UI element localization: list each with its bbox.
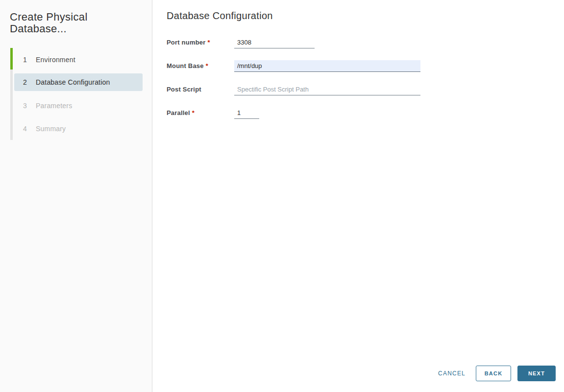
database-configuration-form: Port number* Mount Base* Post Script Par… [167, 37, 564, 119]
step-summary: 4 Summary [14, 117, 143, 140]
back-button[interactable]: BACK [476, 366, 511, 381]
wizard-page: Database Configuration Port number* Moun… [152, 0, 564, 392]
port-number-row: Port number* [167, 37, 564, 48]
step-label: Environment [36, 56, 75, 64]
parallel-row: Parallel* [167, 107, 564, 119]
label-text: Post Script [167, 86, 201, 93]
page-title: Database Configuration [167, 10, 564, 22]
post-script-input[interactable] [234, 84, 420, 95]
step-database-configuration[interactable]: 2 Database Configuration [14, 73, 143, 91]
step-label: Database Configuration [36, 78, 110, 86]
wizard-step-list: 1 Environment 2 Database Configuration 3… [10, 48, 143, 140]
step-number: 4 [23, 125, 36, 133]
step-environment[interactable]: 1 Environment [14, 48, 143, 71]
next-button[interactable]: NEXT [517, 366, 556, 381]
create-database-wizard: Create Physical Database... 1 Environmen… [0, 0, 564, 392]
mount-base-input[interactable] [234, 60, 420, 72]
label-text: Parallel [167, 109, 190, 116]
cancel-button[interactable]: CANCEL [437, 370, 466, 377]
step-label: Summary [36, 125, 66, 133]
wizard-footer-actions: CANCEL BACK NEXT [437, 366, 556, 381]
required-marker: * [192, 109, 195, 116]
step-parameters: 3 Parameters [14, 94, 143, 117]
wizard-title: Create Physical Database... [10, 11, 113, 35]
port-number-input[interactable] [234, 37, 315, 48]
label-text: Mount Base [167, 62, 204, 69]
step-number: 2 [23, 78, 36, 86]
step-number: 3 [23, 102, 36, 110]
parallel-input[interactable] [234, 107, 259, 119]
mount-base-row: Mount Base* [167, 60, 564, 72]
post-script-label: Post Script [167, 84, 234, 93]
required-marker: * [207, 39, 210, 46]
post-script-row: Post Script [167, 84, 564, 95]
step-track-completed [10, 48, 13, 69]
step-label: Parameters [36, 102, 72, 110]
parallel-label: Parallel* [167, 107, 234, 116]
mount-base-label: Mount Base* [167, 60, 234, 69]
required-marker: * [206, 62, 208, 69]
wizard-sidebar: Create Physical Database... 1 Environmen… [0, 0, 152, 392]
label-text: Port number [167, 39, 205, 46]
port-number-label: Port number* [167, 37, 234, 46]
step-number: 1 [23, 56, 36, 64]
